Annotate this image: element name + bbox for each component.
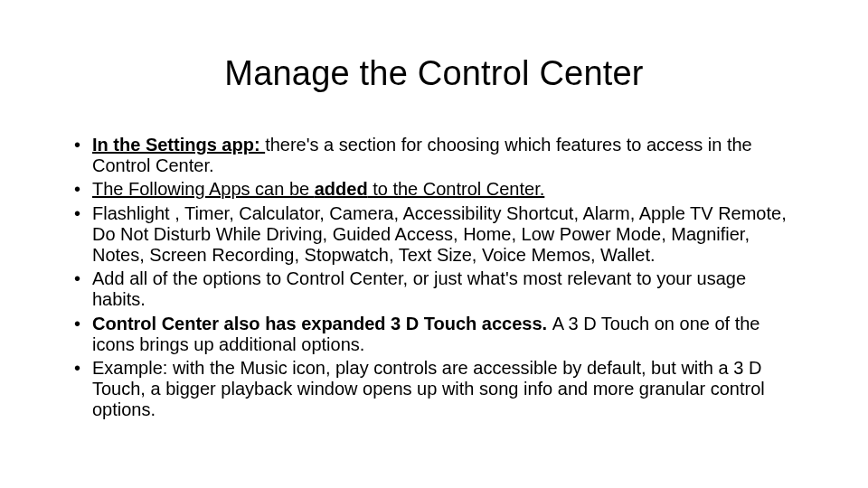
bullet-item: The Following Apps can be added to the C… [72,179,796,200]
bullet-text-bold: In the Settings app: [92,135,265,155]
slide-title: Manage the Control Center [72,54,796,93]
bullet-text: Example: with the Music icon, play contr… [92,358,765,419]
bullet-item: Add all of the options to Control Center… [72,268,796,310]
bullet-list: In the Settings app: there's a section f… [72,135,796,420]
slide-container: Manage the Control Center In the Setting… [0,0,868,488]
bullet-text: Flashlight , Timer, Calculator, Camera, … [92,203,787,265]
bullet-item: Control Center also has expanded 3 D Tou… [72,314,796,355]
bullet-item: Example: with the Music icon, play contr… [72,358,796,421]
bullet-text-bold: Control Center also has expanded 3 D Tou… [92,314,552,333]
bullet-text: to the Control Center. [368,179,545,199]
bullet-item: In the Settings app: there's a section f… [72,135,796,176]
bullet-text: The Following Apps can be [92,179,315,199]
bullet-item: Flashlight , Timer, Calculator, Camera, … [72,203,796,267]
bullet-text-bold: added [315,179,368,199]
bullet-text: Add all of the options to Control Center… [92,268,746,309]
